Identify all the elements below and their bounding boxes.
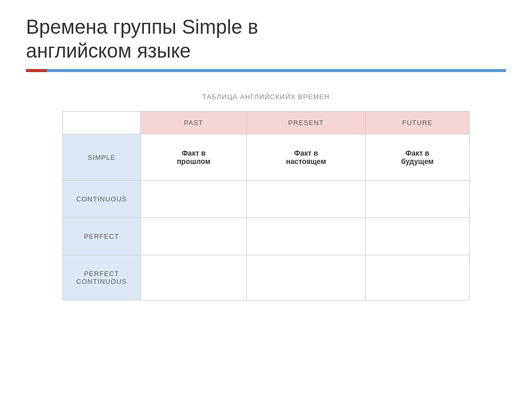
table-caption: ТАБЛИЦА АНГЛИЙСКИЙХ ВРЕМЕН	[62, 93, 470, 101]
page-title: Времена группы Simple в английском языке	[26, 16, 506, 63]
cell-perfectcont-present	[247, 255, 365, 300]
table-row: SIMPLE Факт впрошлом Факт внастоящем Фак…	[63, 134, 470, 181]
content-section: ТАБЛИЦА АНГЛИЙСКИЙХ ВРЕМЕН PAST PRESENT …	[0, 88, 532, 306]
cell-simple-future: Факт вбудущем	[365, 134, 469, 181]
header-section: Времена группы Simple в английском языке	[0, 0, 532, 72]
cell-perfectcont-future	[365, 255, 469, 300]
cell-continuous-future	[365, 181, 469, 218]
cell-perfectcont-past	[141, 255, 247, 300]
page: Времена группы Simple в английском языке…	[0, 0, 532, 398]
col-header-future: FUTURE	[365, 112, 469, 134]
cell-continuous-present	[247, 181, 365, 218]
accent-bar-blue	[47, 69, 506, 72]
cell-simple-past: Факт впрошлом	[141, 134, 247, 181]
table-header-row: PAST PRESENT FUTURE	[63, 112, 470, 134]
cell-simple-present: Факт внастоящем	[247, 134, 365, 181]
row-label-perfect: PERFECT	[63, 218, 141, 255]
row-label-perfect-continuous: PERFECTCONTINUOUS	[63, 255, 141, 300]
table-row: PERFECTCONTINUOUS	[63, 255, 470, 300]
row-label-continuous: CONTINUOUS	[63, 181, 141, 218]
tense-table: PAST PRESENT FUTURE SIMPLE Факт впрошлом…	[62, 111, 470, 300]
cell-continuous-past	[141, 181, 247, 218]
accent-bar	[26, 69, 506, 72]
cell-perfect-present	[247, 218, 365, 255]
empty-header-cell	[63, 112, 141, 134]
table-row: PERFECT	[63, 218, 470, 255]
table-row: CONTINUOUS	[63, 181, 470, 218]
col-header-present: PRESENT	[247, 112, 365, 134]
col-header-past: PAST	[141, 112, 247, 134]
cell-perfect-future	[365, 218, 469, 255]
row-label-simple: SIMPLE	[63, 134, 141, 181]
cell-perfect-past	[141, 218, 247, 255]
accent-bar-red	[26, 69, 47, 72]
